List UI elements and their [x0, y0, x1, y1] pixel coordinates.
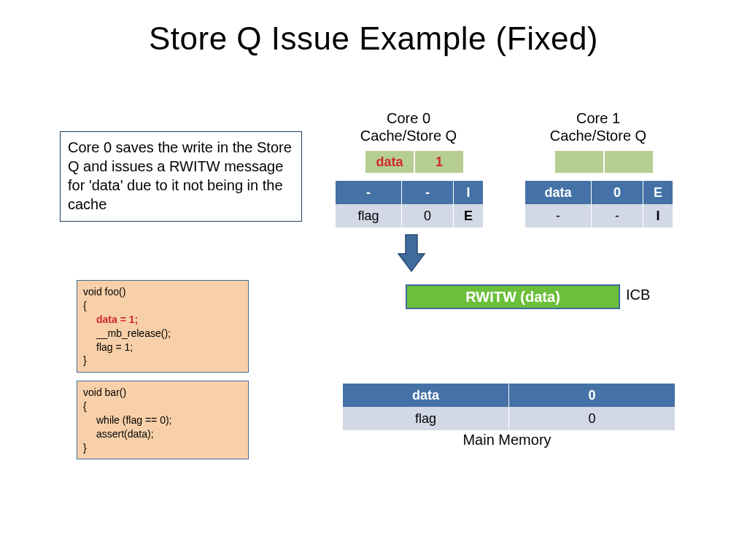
svg-marker-0 [398, 235, 425, 271]
bar-open: { [83, 400, 87, 412]
core0-cache-r1-val: 0 [402, 204, 454, 228]
rwitw-message-box: RWITW (data) [406, 284, 620, 309]
core1-cache-r1-val: - [592, 204, 643, 228]
icb-label: ICB [626, 287, 650, 303]
core0-label: Core 0 Cache/Store Q [336, 109, 481, 144]
core0-cache-r0-state: I [454, 181, 484, 204]
mem-r0-val: 0 [509, 384, 676, 407]
slide-title: Store Q Issue Example (Fixed) [0, 20, 747, 57]
core0-label-line1: Core 0 [387, 110, 430, 126]
foo-l1: data = 1; [83, 313, 242, 327]
foo-l3: flag = 1; [83, 341, 242, 354]
core1-storeq-val [604, 150, 654, 174]
explanation-box: Core 0 saves the write in the Store Q an… [60, 131, 302, 222]
core1-cache-r0-state: E [643, 181, 673, 204]
bar-close: } [83, 442, 87, 454]
bar-l1: while (flag == 0); [83, 413, 242, 427]
foo-l2: __mb_release(); [83, 327, 242, 341]
foo-close: } [83, 354, 87, 366]
core0-cache-r0-addr: - [336, 181, 402, 204]
core1-label-line1: Core 1 [576, 110, 620, 126]
bar-l2: assert(data); [83, 427, 242, 441]
mem-r1-val: 0 [509, 407, 676, 430]
core1-cache-r0-addr: data [525, 181, 592, 204]
core1-cache-r1-addr: - [525, 204, 592, 228]
core0-cache-table: - - I flag 0 E [336, 181, 483, 228]
down-arrow-icon [397, 233, 426, 274]
main-memory-label: Main Memory [343, 432, 671, 448]
code-box-bar: void bar() { while (flag == 0); assert(d… [77, 381, 249, 459]
core0-cache-r1-state: E [454, 204, 484, 228]
core1-storeq-row [554, 150, 654, 174]
bar-sig: void bar() [83, 386, 126, 398]
mem-r0-addr: data [343, 384, 509, 407]
main-memory-table: data 0 flag 0 [343, 384, 675, 430]
core1-label-line2: Cache/Store Q [550, 128, 646, 144]
core0-cache-r1-addr: flag [336, 204, 402, 228]
core1-cache-r1-state: I [643, 204, 673, 228]
core0-storeq-row: data 1 [365, 150, 464, 174]
core0-storeq-val: 1 [414, 150, 464, 174]
foo-sig: void foo() [83, 286, 125, 298]
core1-storeq-key [554, 150, 604, 174]
core1-cache-r0-val: 0 [592, 181, 643, 204]
core1-label: Core 1 Cache/Store Q [525, 109, 671, 144]
core1-cache-table: data 0 E - - I [525, 181, 673, 228]
foo-open: { [83, 300, 87, 311]
core0-label-line2: Cache/Store Q [360, 128, 457, 144]
mem-r1-addr: flag [343, 407, 509, 430]
core0-storeq-key: data [365, 150, 414, 174]
code-box-foo: void foo() { data = 1; __mb_release(); f… [77, 280, 249, 373]
core0-cache-r0-val: - [402, 181, 454, 204]
